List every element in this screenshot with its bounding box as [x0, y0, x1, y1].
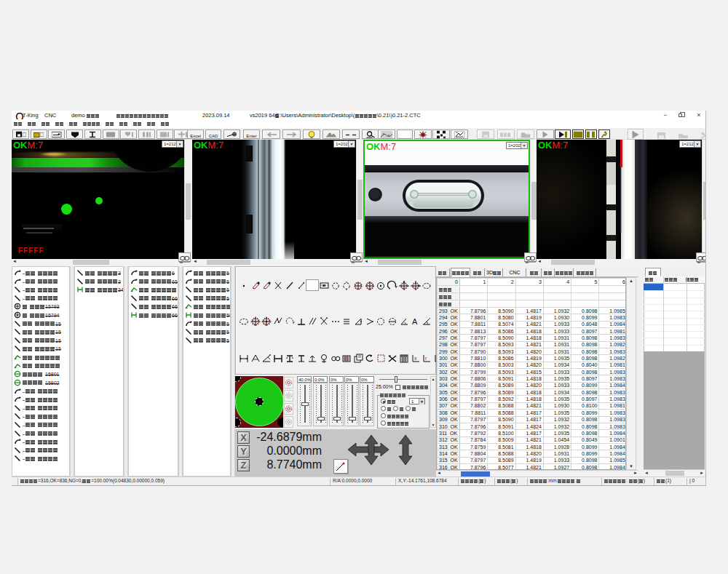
svg-text:r: r	[425, 356, 427, 361]
svg-text:A: A	[412, 317, 418, 326]
svg-text:x: x	[414, 356, 417, 361]
